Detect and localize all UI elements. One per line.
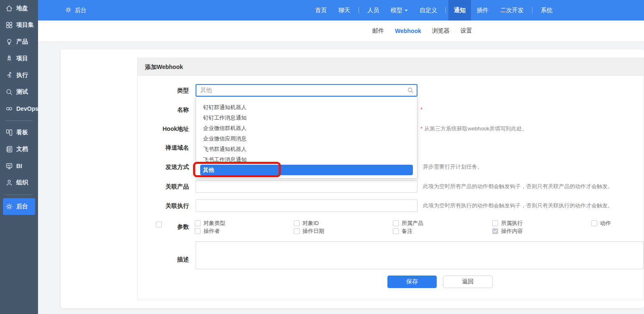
name-hint: *	[420, 105, 424, 114]
field-label-executions: 关联执行	[137, 202, 189, 210]
checkbox[interactable]	[393, 228, 399, 234]
sidebar-item-test[interactable]: 测试	[0, 84, 38, 100]
products-hint: 此项为空时所有产品的动作都会触发钩子，否则只有关联产品的动作才会触发。	[423, 182, 613, 191]
dropdown-option-selected[interactable]: 其他	[200, 165, 413, 175]
params-check-all[interactable]	[156, 221, 162, 227]
nav-divider	[445, 7, 446, 13]
nav-item-system[interactable]: 系统	[535, 0, 558, 20]
home-icon	[5, 5, 13, 12]
sidebar-item-program[interactable]: 项目集	[0, 17, 38, 33]
type-field	[196, 84, 417, 97]
checkbox[interactable]	[294, 220, 300, 226]
subnav-item-mail[interactable]: 邮件	[367, 27, 389, 35]
sidebar-divider	[5, 120, 33, 121]
form-body: 类型 名称 Hook地址 禅道域名 发送方式 关联产品 关联执行 参数 描述	[137, 76, 644, 300]
param-comment[interactable]: 备注	[393, 228, 412, 234]
subnav-item-settings[interactable]: 设置	[455, 27, 478, 35]
sidebar-item-admin[interactable]: 后台	[3, 198, 35, 215]
subnav: 邮件 Webhook 浏览器 设置	[38, 20, 644, 41]
hook-url-hint: *从第三方系统获取webhook并填写到此处。	[420, 125, 527, 133]
param-object-id[interactable]: 对象ID	[294, 220, 319, 226]
executions-hint: 此项为空时所有执行的动作都会触发钩子，否则只有关联执行的动作才会触发。	[423, 202, 613, 210]
save-button[interactable]: 保存	[387, 276, 437, 288]
dropdown-option[interactable]: 飞书工作消息通知	[196, 154, 417, 165]
checkbox[interactable]	[294, 228, 300, 234]
nav-item-plugin[interactable]: 插件	[471, 0, 494, 20]
subnav-item-webhook[interactable]: Webhook	[389, 28, 427, 34]
checkbox[interactable]	[591, 220, 597, 226]
execution-icon	[5, 71, 13, 79]
nav-item-staff[interactable]: 人员	[361, 0, 385, 20]
executions-input[interactable]	[196, 199, 417, 212]
type-search-input[interactable]	[196, 84, 417, 97]
sidebar-item-org[interactable]: 组织	[0, 174, 38, 191]
field-label-products: 关联产品	[137, 182, 189, 191]
main-content: 添加Webhook 类型 名称 Hook地址 禅道域名 发送方式 关联产品 关联…	[38, 41, 644, 314]
nav-divider	[359, 7, 359, 13]
sidebar-item-bi[interactable]: BI	[0, 158, 38, 174]
param-date[interactable]: 操作日期	[294, 228, 324, 234]
devops-icon	[5, 105, 13, 112]
nav-item-home[interactable]: 首页	[309, 0, 333, 20]
checkbox[interactable]	[393, 220, 399, 226]
product-icon	[5, 38, 13, 46]
checkbox-checked[interactable]	[492, 228, 498, 234]
nav-item-notify[interactable]: 通知	[448, 0, 471, 20]
sidebar-item-project[interactable]: 项目	[0, 50, 38, 67]
param-execution[interactable]: 所属执行	[492, 220, 523, 226]
dropdown-option[interactable]: 企业微信应用消息	[196, 133, 417, 144]
dropdown-option[interactable]: 钉钉群通知机器人	[196, 102, 417, 112]
nav-item-dev[interactable]: 二次开发	[494, 0, 529, 20]
checkbox[interactable]	[492, 220, 498, 226]
nav-item-custom[interactable]: 自定义	[414, 0, 443, 20]
back-button[interactable]: 返回	[443, 276, 493, 288]
app-root: 地盘 项目集 产品 项目 执行 测试	[0, 0, 644, 314]
field-label-type: 类型	[137, 86, 189, 94]
nav-item-model[interactable]: 模型	[385, 0, 414, 20]
dropdown-option[interactable]: 企业微信群机器人	[196, 123, 417, 133]
description-textarea[interactable]	[196, 241, 644, 269]
project-icon	[5, 55, 13, 62]
sidebar-item-execution[interactable]: 执行	[0, 67, 38, 84]
search-icon	[407, 87, 414, 95]
sidebar: 地盘 项目集 产品 项目 执行 测试	[0, 0, 38, 314]
param-object-type[interactable]: 对象类型	[195, 220, 225, 226]
sidebar-item-product[interactable]: 产品	[0, 33, 38, 50]
nav-item-chat[interactable]: 聊天	[333, 0, 356, 20]
type-dropdown: 钉钉群通知机器人 钉钉工作消息通知 企业微信群机器人 企业微信应用消息 飞书群通…	[196, 97, 417, 179]
products-input[interactable]	[196, 180, 417, 193]
dropdown-option[interactable]: 飞书群通知机器人	[196, 144, 417, 154]
sidebar-item-my[interactable]: 地盘	[0, 0, 38, 17]
field-label-params: 参数	[137, 222, 189, 231]
gear-icon	[5, 203, 13, 210]
sidebar-item-kanban[interactable]: 看板	[0, 124, 38, 141]
field-label-send-type: 发送方式	[137, 163, 189, 171]
param-product[interactable]: 所属产品	[393, 220, 423, 226]
field-label-hook-url: Hook地址	[137, 125, 189, 133]
checkbox[interactable]	[195, 228, 201, 234]
form-title: 添加Webhook	[137, 58, 644, 76]
topbar-app-title[interactable]: 后台	[65, 0, 87, 20]
param-actor[interactable]: 操作者	[195, 228, 220, 234]
subnav-item-browser[interactable]: 浏览器	[427, 27, 455, 35]
sidebar-item-doc[interactable]: 文档	[0, 141, 38, 158]
topbar-nav: 首页 聊天 人员 模型 自定义 通知 插件 二次开发 系统	[309, 0, 558, 20]
doc-icon	[5, 146, 13, 153]
test-icon	[5, 88, 13, 96]
nav-divider	[532, 7, 532, 13]
sidebar-item-devops[interactable]: DevOps	[0, 100, 38, 117]
topbar: 后台 首页 聊天 人员 模型 自定义 通知 插件 二次开发 系统	[38, 0, 644, 20]
project-set-icon	[5, 21, 13, 29]
org-icon	[5, 179, 13, 186]
field-label-description: 描述	[137, 255, 189, 263]
param-history[interactable]: 操作内容	[492, 228, 523, 234]
dropdown-option[interactable]: 钉钉工作消息通知	[196, 112, 417, 123]
checkbox[interactable]	[195, 220, 201, 226]
checkbox[interactable]	[156, 222, 162, 227]
field-label-name: 名称	[137, 105, 189, 114]
bi-icon	[5, 162, 13, 170]
param-action[interactable]: 动作	[591, 220, 611, 226]
chevron-down-icon	[405, 10, 408, 11]
sidebar-divider	[5, 194, 33, 195]
send-type-hint: 异步需要打开计划任务。	[423, 163, 483, 171]
